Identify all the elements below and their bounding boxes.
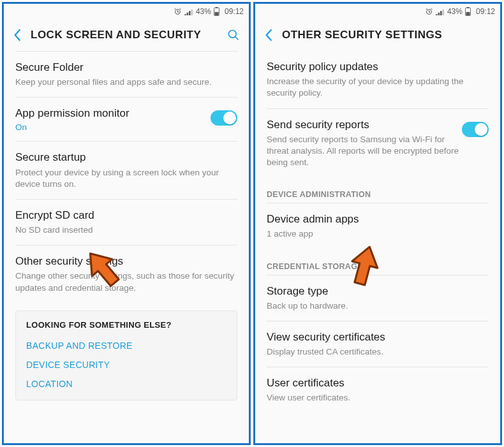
item-secure-folder[interactable]: Secure Folder Keep your personal files a…	[15, 52, 237, 97]
alarm-icon	[174, 8, 182, 16]
header: OTHER SECURITY SETTINGS	[255, 19, 500, 51]
item-subtitle: View user certificates.	[267, 392, 489, 404]
toggle-on[interactable]	[211, 110, 237, 126]
back-icon[interactable]	[264, 28, 273, 42]
item-subtitle: No SD card inserted	[15, 224, 237, 236]
battery-icon	[465, 7, 471, 16]
status-bar: 43% 09:12	[255, 4, 500, 19]
item-subtitle: Keep your personal files and apps safe a…	[15, 77, 237, 88]
item-security-policy-updates[interactable]: Security policy updates Increase the sec…	[267, 51, 489, 108]
item-send-security-reports[interactable]: Send security reports Send security repo…	[267, 109, 489, 178]
footer-card: LOOKING FOR SOMETHING ELSE? BACKUP AND R…	[15, 311, 237, 400]
svg-rect-5	[467, 7, 470, 8]
item-app-permission-monitor[interactable]: App permission monitor On	[15, 98, 237, 141]
clock-time: 09:12	[476, 7, 495, 16]
search-icon[interactable]	[227, 29, 240, 41]
item-title: Encrypt SD card	[15, 209, 237, 223]
item-value: On	[15, 122, 211, 132]
item-storage-type[interactable]: Storage type Back up to hardware.	[267, 275, 489, 321]
svg-rect-6	[466, 12, 470, 15]
item-subtitle: Back up to hardware.	[267, 300, 489, 312]
svg-rect-1	[216, 7, 218, 8]
item-title: Storage type	[267, 284, 489, 298]
item-view-security-certificates[interactable]: View security certificates Display trust…	[267, 321, 489, 367]
item-subtitle: Protect your device by using a screen lo…	[15, 167, 237, 190]
item-subtitle: Display trusted CA certificates.	[267, 346, 489, 358]
section-credential-storage: CREDENTIAL STORAGE	[267, 249, 489, 275]
item-subtitle: Send security reports to Samsung via Wi-…	[267, 134, 462, 169]
item-other-security-settings[interactable]: Other security settings Change other sec…	[15, 245, 237, 303]
status-bar: 43% 09:12	[4, 4, 249, 19]
item-title: User certificates	[267, 376, 489, 390]
header: LOCK SCREEN AND SECURITY	[4, 19, 249, 51]
content: Security policy updates Increase the sec…	[255, 51, 500, 443]
signal-icon	[184, 8, 193, 15]
item-title: Secure Folder	[15, 61, 237, 75]
page-title: LOCK SCREEN AND SECURITY	[31, 29, 218, 41]
footer-link-device-security[interactable]: DEVICE SECURITY	[26, 355, 226, 374]
item-subtitle: 1 active app	[267, 228, 489, 240]
item-title: Send security reports	[267, 118, 462, 132]
item-device-admin-apps[interactable]: Device admin apps 1 active app	[267, 203, 489, 249]
signal-icon	[436, 8, 445, 15]
back-icon[interactable]	[13, 28, 22, 42]
item-secure-startup[interactable]: Secure startup Protect your device by us…	[15, 142, 237, 199]
item-encrypt-sd-card[interactable]: Encrypt SD card No SD card inserted	[15, 200, 237, 245]
page-title: OTHER SECURITY SETTINGS	[282, 29, 491, 41]
item-subtitle: Increase the security of your device by …	[267, 76, 489, 99]
footer-link-backup[interactable]: BACKUP AND RESTORE	[26, 336, 226, 355]
footer-link-location[interactable]: LOCATION	[26, 374, 226, 393]
left-panel: 43% 09:12 LOCK SCREEN AND SECURITY Secur…	[2, 2, 251, 445]
content: Secure Folder Keep your personal files a…	[4, 51, 249, 443]
item-title: View security certificates	[267, 330, 489, 344]
item-title: Device admin apps	[267, 212, 489, 226]
item-title: Other security settings	[15, 254, 237, 268]
battery-percent: 43%	[196, 7, 211, 16]
item-user-certificates[interactable]: User certificates View user certificates…	[267, 367, 489, 406]
clock-time: 09:12	[225, 7, 244, 16]
item-title: Security policy updates	[267, 60, 489, 74]
item-title: Secure startup	[15, 150, 237, 165]
item-subtitle: Change other security settings, such as …	[15, 270, 237, 293]
svg-rect-2	[214, 12, 218, 15]
toggle-on[interactable]	[462, 122, 489, 137]
footer-title: LOOKING FOR SOMETHING ELSE?	[26, 320, 226, 330]
section-device-administration: DEVICE ADMINISTRATION	[267, 177, 489, 203]
right-panel: 43% 09:12 OTHER SECURITY SETTINGS Securi…	[253, 2, 502, 445]
item-title: App permission monitor	[15, 106, 211, 121]
battery-icon	[214, 7, 219, 16]
battery-percent: 43%	[447, 7, 463, 16]
alarm-icon	[425, 8, 433, 16]
svg-point-3	[229, 31, 237, 38]
